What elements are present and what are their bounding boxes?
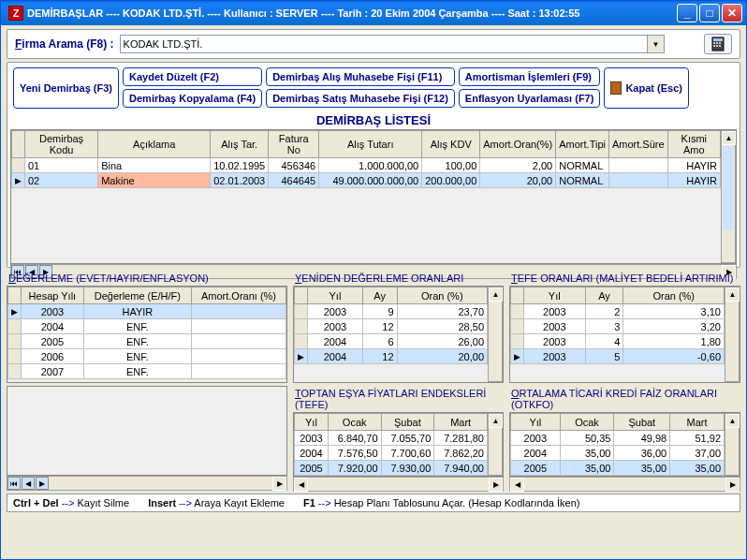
revaluation-title: YENİDEN DEĞERLEME ORANLARI <box>293 271 504 286</box>
close-button[interactable]: Kapat (Esc) <box>604 67 689 109</box>
otkfo-title: ORTALAMA TİCARİ KREDİ FAİZ ORANLARI (OTK… <box>509 386 740 412</box>
tefe-rates-title: TEFE ORANLARI (MALİYET BEDELİ ARTIRIMI) <box>509 271 740 286</box>
valuation-grid[interactable]: Hesap Yılı Değerleme (E/H/F) Amort.Oranı… <box>7 287 286 379</box>
valuation-title: DEĞERLEME (EVET/HAYIR/ENFLASYON) <box>7 271 287 286</box>
firm-search-label: Firma Arama (F8) : <box>15 37 114 51</box>
door-icon <box>610 81 622 95</box>
minimize-button[interactable]: _ <box>677 4 697 22</box>
window-title: DEMİRBAŞLAR ---- KODAK LTD.ŞTİ. ---- Kul… <box>27 7 579 19</box>
titlebar: Z DEMİRBAŞLAR ---- KODAK LTD.ŞTİ. ---- K… <box>1 1 746 25</box>
table-row[interactable]: 200341,80 <box>511 334 725 349</box>
save-edit-button[interactable]: Kaydet Düzelt (F2) <box>123 67 262 86</box>
tefe-rates-grid[interactable]: YılAyOran (%) 200323,10 200333,20 200341… <box>510 287 725 364</box>
sell-receipt-button[interactable]: Demirbaş Satış Muhasebe Fişi (F12) <box>266 89 455 108</box>
table-row[interactable]: 01 Bina 10.02.1995 456346 1.000.000,00 1… <box>12 158 721 173</box>
tefe-index-title: TOPTAN EŞYA FİYATLARI ENDEKSLERİ (TEFE) <box>293 386 504 412</box>
table-row[interactable]: 20047.576,507.700,607.862,20 <box>295 446 488 461</box>
asset-list-title: DEMİRBAŞ LİSTESİ <box>10 111 737 129</box>
footer-hints: Ctrl + Del --> Kayıt Silme Insert --> Ar… <box>7 494 740 512</box>
hint-f1: F1 --> Hesap Planı Tablosunu Açar. (Hesa… <box>303 497 579 508</box>
amortization-button[interactable]: Amortisman İşlemleri (F9) <box>459 67 601 86</box>
tefe-index-grid[interactable]: YılOcakŞubatMart 20036.840,707.055,707.2… <box>294 413 488 476</box>
firm-search-combo[interactable]: ▼ <box>120 35 665 53</box>
tefe-index-hscroll[interactable]: ◀▶ <box>293 477 504 492</box>
table-row[interactable]: ▶ 02 Makine 02.01.2003 464645 49.000.000… <box>12 173 721 188</box>
firm-search-input[interactable] <box>120 35 648 53</box>
firm-search-dropdown-icon[interactable]: ▼ <box>648 35 665 53</box>
table-row[interactable]: 200350,3549,9851,92 <box>511 431 725 446</box>
revaluation-vscroll[interactable]: ▲ <box>488 287 503 382</box>
hint-delete: Ctrl + Del --> Kayıt Silme <box>13 497 129 508</box>
tefe-rates-vscroll[interactable]: ▲ <box>725 287 740 382</box>
table-row[interactable]: 200435,0036,0037,00 <box>511 446 725 461</box>
calculator-icon <box>711 37 725 52</box>
asset-grid[interactable]: Demirbaş Kodu Açıklama Alış Tar. Fatura … <box>11 130 721 188</box>
table-row[interactable]: 2007ENF. <box>8 364 286 379</box>
otkfo-vscroll[interactable]: ▲ <box>725 413 740 476</box>
otkfo-hscroll[interactable]: ◀▶ <box>509 477 740 492</box>
table-row[interactable]: 2003923,70 <box>295 304 488 319</box>
svg-rect-6 <box>716 45 718 47</box>
table-row[interactable]: 20036.840,707.055,707.281,80 <box>295 431 488 446</box>
table-row[interactable]: ▶20035-0,60 <box>511 349 725 364</box>
table-row[interactable]: 200323,10 <box>511 304 725 319</box>
inflation-adjust-button[interactable]: Enflasyon Uyarlaması (F7) <box>459 89 601 108</box>
buy-receipt-button[interactable]: Demirbaş Alış Muhasebe Fişi (F11) <box>266 67 455 86</box>
table-row[interactable]: 20057.920,007.930,007.940,00 <box>295 461 488 476</box>
svg-rect-3 <box>716 42 718 44</box>
svg-rect-5 <box>713 45 715 47</box>
table-row[interactable]: 2004ENF. <box>8 319 286 334</box>
hint-insert: Insert --> Araya Kayıt Ekleme <box>148 497 285 508</box>
svg-rect-2 <box>713 42 715 44</box>
svg-rect-1 <box>713 38 723 41</box>
table-row[interactable]: 200333,20 <box>511 319 725 334</box>
table-row[interactable]: 200535,0035,0035,00 <box>511 461 725 476</box>
table-row[interactable]: 20031228,50 <box>295 319 488 334</box>
table-row[interactable]: 2004626,00 <box>295 334 488 349</box>
valuation-hscroll[interactable]: ⏮◀▶ ▶ <box>7 476 287 491</box>
table-row[interactable]: 2005ENF. <box>8 334 286 349</box>
maximize-button[interactable]: □ <box>699 4 720 22</box>
table-row[interactable]: ▶20041220,00 <box>295 349 488 364</box>
table-row[interactable]: ▶2003HAYIR <box>8 304 286 319</box>
main-grid-vscroll[interactable]: ▲ <box>721 130 736 263</box>
table-row[interactable]: 2006ENF. <box>8 349 286 364</box>
revaluation-grid[interactable]: YılAyOran (%) 2003923,70 20031228,50 200… <box>294 287 488 364</box>
close-button-label: Kapat (Esc) <box>625 82 682 94</box>
svg-rect-7 <box>719 45 721 47</box>
copy-asset-button[interactable]: Demirbaş Kopyalama (F4) <box>123 89 262 108</box>
svg-rect-4 <box>719 42 721 44</box>
rowhead-col <box>12 131 25 158</box>
tefe-index-vscroll[interactable]: ▲ <box>488 413 503 476</box>
otkfo-grid[interactable]: YılOcakŞubatMart 200350,3549,9851,92 200… <box>510 413 725 476</box>
calculator-button[interactable] <box>704 34 732 54</box>
close-window-button[interactable]: ✕ <box>722 4 742 22</box>
app-icon: Z <box>8 6 23 21</box>
new-asset-button[interactable]: Yeni Demirbaş (F3) <box>13 67 119 109</box>
